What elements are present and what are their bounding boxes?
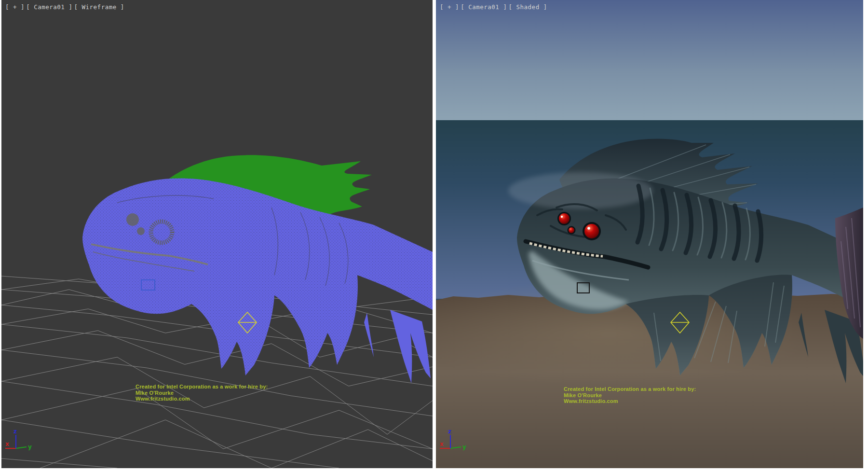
viewport-wireframe[interactable]: [ + ][ Camera01 ][ Wireframe ]: [1, 0, 433, 468]
sky-backdrop: [436, 0, 863, 120]
world-axis-tripod: x y z: [1, 427, 59, 465]
fish-eye-spot-small: [137, 227, 145, 235]
viewport-menu-general[interactable]: [ + ]: [440, 3, 459, 11]
watermark-text: Created for Intel Corporation as a work …: [564, 386, 696, 404]
axis-z-label: z: [448, 428, 451, 435]
watermark-text: Created for Intel Corporation as a work …: [136, 384, 268, 402]
viewport-menu-shading[interactable]: [ Shaded ]: [508, 3, 547, 11]
viewport-label: [ + ][ Camera01 ][ Shaded ]: [440, 3, 549, 11]
viewport-shaded[interactable]: [ + ][ Camera01 ][ Shaded ]: [436, 0, 863, 468]
fish-eye-left: [559, 213, 570, 224]
fish-eye-right: [584, 224, 599, 238]
world-axis-tripod: x y z: [436, 427, 494, 465]
eye-highlight: [561, 216, 563, 218]
axis-y-label: y: [462, 444, 466, 450]
viewport-menu-general[interactable]: [ + ]: [5, 3, 25, 11]
axis-z-label: z: [14, 428, 17, 435]
head-sheen: [508, 172, 653, 209]
viewport-menu-camera[interactable]: [ Camera01 ]: [26, 3, 72, 11]
viewport-menu-shading[interactable]: [ Wireframe ]: [74, 3, 124, 11]
axis-x-label: x: [5, 441, 9, 447]
fish-model-wireframe[interactable]: [82, 178, 433, 383]
wireframe-stipple-overlay: [82, 178, 433, 375]
axis-y-label: y: [28, 444, 32, 450]
eye-highlight: [587, 227, 590, 230]
viewport-label: [ + ][ Camera01 ][ Wireframe ]: [5, 3, 126, 11]
axis-x-label: x: [440, 441, 444, 447]
viewport-menu-camera[interactable]: [ Camera01 ]: [461, 3, 507, 11]
fish-eye-small: [569, 227, 574, 233]
fish-eye-spot: [126, 213, 139, 226]
